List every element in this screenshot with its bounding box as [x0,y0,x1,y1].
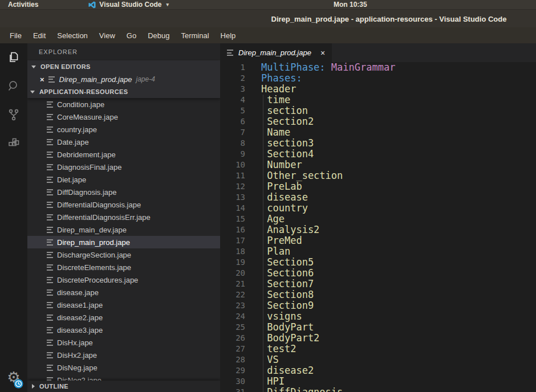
code-line[interactable]: 12 PreLab [220,181,536,192]
menu-item-view[interactable]: View [94,29,121,42]
menu-item-help[interactable]: Help [215,29,242,42]
file-row[interactable]: CoreMeasure.jape [27,111,220,123]
line-number: 21 [220,279,246,289]
file-row[interactable]: disease1.jape [27,299,220,311]
file-row[interactable]: DiscreteProcedures.jape [27,273,220,286]
menu-item-go[interactable]: Go [121,29,142,42]
tab-direp-main-prod[interactable]: Direp_main_prod.jape × [220,43,332,62]
code-line[interactable]: 24 vsigns [220,311,536,322]
code-line[interactable]: 21 Section7 [220,279,536,289]
file-row[interactable]: Condition.jape [27,98,220,111]
line-text: Section8 [261,289,314,300]
line-text: section3 [261,138,314,149]
code-line[interactable]: 29 disease2 [220,365,536,376]
file-row[interactable]: DiscreteElements.jape [27,261,220,273]
clock[interactable]: Mon 10:35 [242,0,536,9]
file-row[interactable]: Diet.jape [27,173,220,186]
code-line[interactable]: 28 VS [220,354,536,365]
code-token: BodyPart [261,321,314,333]
code-line[interactable]: 2Phases: [220,73,536,84]
code-line[interactable]: 7 Name [220,127,536,138]
file-row[interactable]: disease3.jape [27,324,220,336]
explorer-icon[interactable] [0,43,27,72]
code-line[interactable]: 14 country [220,203,536,214]
file-name: Direp_main_dev.jape [57,226,127,234]
line-number: 12 [220,181,246,192]
file-row[interactable]: DiffDiagnosis.jape [27,186,220,198]
activities-button[interactable]: Activities [0,1,46,9]
code-token: disease2 [261,365,314,376]
settings-gear-button[interactable]: ⚙ [0,365,27,390]
file-row[interactable]: DiagnosisFinal.jape [27,161,220,173]
menu-item-terminal[interactable]: Terminal [175,29,214,42]
file-row[interactable]: Direp_main_prod.jape [27,236,220,248]
menu-item-edit[interactable]: Edit [27,29,51,42]
code-line[interactable]: 23 Section9 [220,300,536,311]
menu-item-debug[interactable]: Debug [142,29,175,42]
line-number: 3 [220,84,246,95]
file-name: DischargeSection.jape [57,251,131,259]
file-row[interactable]: disease.jape [27,286,220,299]
code-line[interactable]: 4 time [220,95,536,105]
open-editors-header[interactable]: OPEN EDITORS [27,60,220,73]
outline-section-header[interactable]: OUTLINE [27,381,220,392]
tab-close-icon[interactable]: × [320,49,325,57]
code-line[interactable]: 18 Plan [220,246,536,257]
file-name: country.jape [57,125,97,134]
code-line[interactable]: 31 DiffDiagnosis [220,387,536,392]
app-menu-button[interactable]: Visual Studio Code ▾ [88,1,169,9]
menu-item-file[interactable]: File [4,29,27,42]
code-line[interactable]: 8 section3 [220,138,536,149]
code-token: Analysis2 [261,224,319,235]
file-row[interactable]: DisHx2.jape [27,349,220,361]
code-line[interactable]: 19 Section5 [220,257,536,268]
code-line[interactable]: 15 Age [220,214,536,224]
code-line[interactable]: 20 Section6 [220,268,536,279]
code-line[interactable]: 11 Other_section [220,170,536,181]
line-number: 28 [220,354,246,365]
file-row[interactable]: disease2.jape [27,311,220,324]
code-line[interactable]: 1MultiPhase: MainGrammar [220,62,536,73]
line-text: country [261,203,308,214]
file-row[interactable]: Debridement.jape [27,148,220,161]
line-number: 11 [220,170,246,181]
code-line[interactable]: 5 section [220,105,536,116]
folder-section-header[interactable]: APPLICATION-RESOURCES [27,85,220,98]
file-row[interactable]: country.jape [27,123,220,136]
open-editor-item[interactable]: × Direp_main_prod.jape jape-4 [27,73,220,85]
line-number: 16 [220,224,246,235]
code-line[interactable]: 13 disease [220,192,536,203]
menu-item-selection[interactable]: Selection [51,29,93,42]
code-line[interactable]: 25 BodyPart [220,322,536,333]
code-editor[interactable]: 1MultiPhase: MainGrammar2Phases:3Header4… [220,62,536,392]
file-row[interactable]: Direp_main_dev.jape [27,223,220,236]
code-line[interactable]: 9 Section4 [220,149,536,160]
source-control-icon[interactable] [0,100,27,129]
update-clock-badge-icon [14,379,23,389]
code-line[interactable]: 30 HPI [220,376,536,387]
file-row[interactable]: DisHx.jape [27,336,220,349]
file-icon [47,302,54,308]
editor-group: Direp_main_prod.jape × 1MultiPhase: Main… [220,43,536,392]
file-row[interactable]: DischargeSection.jape [27,248,220,261]
open-editor-detail: jape-4 [136,75,155,83]
file-row[interactable]: DifferentialDiagnosisErr.jape [27,211,220,223]
search-icon[interactable] [0,72,27,100]
file-row[interactable]: DifferentialDiagnosis.jape [27,198,220,211]
code-token: test2 [261,343,296,354]
code-line[interactable]: 3Header [220,84,536,95]
file-row[interactable]: Date.jape [27,136,220,148]
code-line[interactable]: 10 Number [220,160,536,170]
line-text: Analysis2 [261,224,319,235]
code-line[interactable]: 26 BodyPart2 [220,333,536,344]
close-editor-icon[interactable]: × [40,76,44,83]
code-line[interactable]: 27 test2 [220,344,536,354]
line-text: Section4 [261,149,314,160]
code-line[interactable]: 17 PreMed [220,235,536,246]
code-line[interactable]: 6 Section2 [220,116,536,127]
window-titlebar[interactable]: Direp_main_prod.jape - application-resou… [0,9,536,27]
code-line[interactable]: 22 Section8 [220,289,536,300]
code-line[interactable]: 16 Analysis2 [220,224,536,235]
extensions-icon[interactable] [0,129,27,157]
file-row[interactable]: DisNeg.jape [27,361,220,374]
